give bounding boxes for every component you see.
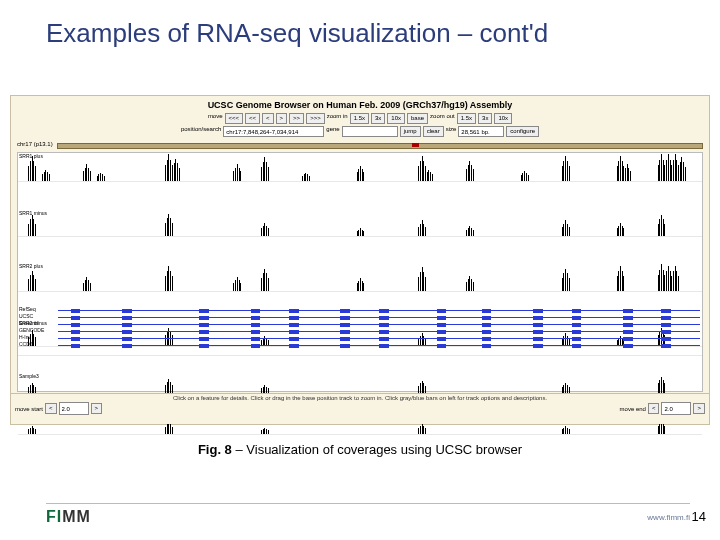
configure-button[interactable]: configure [506, 126, 539, 137]
jump-button[interactable]: jump [400, 126, 421, 137]
end-left[interactable]: < [648, 403, 660, 414]
tracks-panel: SRR1 plusSRR1 minusSRR2 plusSRR2 minusSa… [17, 152, 703, 392]
zoomout-10x[interactable]: 10x [494, 113, 512, 124]
coverage-track[interactable]: SRR2 plus [18, 263, 702, 292]
gene-track-label: H-Inv [19, 335, 55, 340]
gene-track-label: Ensembl [19, 321, 55, 326]
move-start-label: move start [15, 406, 43, 412]
end-right[interactable]: > [693, 403, 705, 414]
clear-button[interactable]: clear [423, 126, 444, 137]
zoomin-3x[interactable]: 3x [371, 113, 385, 124]
footer-url: www.fimm.fi [647, 513, 690, 522]
browser-footer: Click on a feature for details. Click or… [11, 393, 709, 424]
hint-text: Click on a feature for details. Click or… [11, 394, 709, 402]
zoomout-3x[interactable]: 3x [478, 113, 492, 124]
slide-footer: FIMM www.fimm.fi [46, 503, 690, 526]
slide-title: Examples of RNA-seq visualization – cont… [46, 18, 680, 49]
coverage-track[interactable]: SRR1 plus [18, 153, 702, 182]
gene-track-label: UCSC [19, 314, 55, 319]
toolbar-navigation: move <<< << < > >> >>> zoom in 1.5x 3x 1… [11, 112, 709, 125]
move-l-button[interactable]: < [262, 113, 274, 124]
ucsc-browser-screenshot: UCSC Genome Browser on Human Feb. 2009 (… [10, 95, 710, 425]
position-label: position/search [181, 126, 221, 137]
gene-label: gene [326, 126, 339, 137]
end-value[interactable] [661, 402, 691, 415]
move-rrr-button[interactable]: >>> [306, 113, 325, 124]
move-rr-button[interactable]: >> [289, 113, 304, 124]
gene-track-label: CCDS [19, 342, 55, 347]
toolbar-search: position/search gene jump clear size con… [11, 125, 709, 138]
gene-track-label: GENCODE [19, 328, 55, 333]
move-ll-button[interactable]: << [245, 113, 260, 124]
coverage-track[interactable]: SRR1 minus [18, 210, 702, 237]
page-number: 14 [692, 509, 706, 524]
browser-title: UCSC Genome Browser on Human Feb. 2009 (… [11, 96, 709, 112]
gene-model-tracks[interactable]: RefSeqUCSCEnsemblGENCODEH-InvCCDS [18, 307, 702, 356]
start-right[interactable]: > [91, 403, 103, 414]
figure-caption: Fig. 8 – Visualization of coverages usin… [0, 442, 720, 457]
zoomin-base[interactable]: base [407, 113, 428, 124]
start-value[interactable] [59, 402, 89, 415]
move-label: move [208, 113, 223, 124]
size-input[interactable] [458, 126, 504, 137]
zoomin-10x[interactable]: 10x [387, 113, 405, 124]
zoomin-1p5x[interactable]: 1.5x [350, 113, 369, 124]
move-r-button[interactable]: > [276, 113, 288, 124]
zoomout-1p5x[interactable]: 1.5x [457, 113, 476, 124]
start-left[interactable]: < [45, 403, 57, 414]
move-lll-button[interactable]: <<< [225, 113, 244, 124]
size-label: size [446, 126, 457, 137]
coverage-track[interactable]: Sample3 [18, 373, 702, 394]
position-input[interactable] [223, 126, 324, 137]
zoomout-label: zoom out [430, 113, 455, 124]
fimm-logo: FIMM [46, 508, 91, 526]
move-end-label: move end [620, 406, 646, 412]
zoomin-label: zoom in [327, 113, 348, 124]
chrom-label: chr17 (p13.1) [17, 141, 53, 147]
gene-input[interactable] [342, 126, 398, 137]
gene-track-label: RefSeq [19, 307, 55, 312]
